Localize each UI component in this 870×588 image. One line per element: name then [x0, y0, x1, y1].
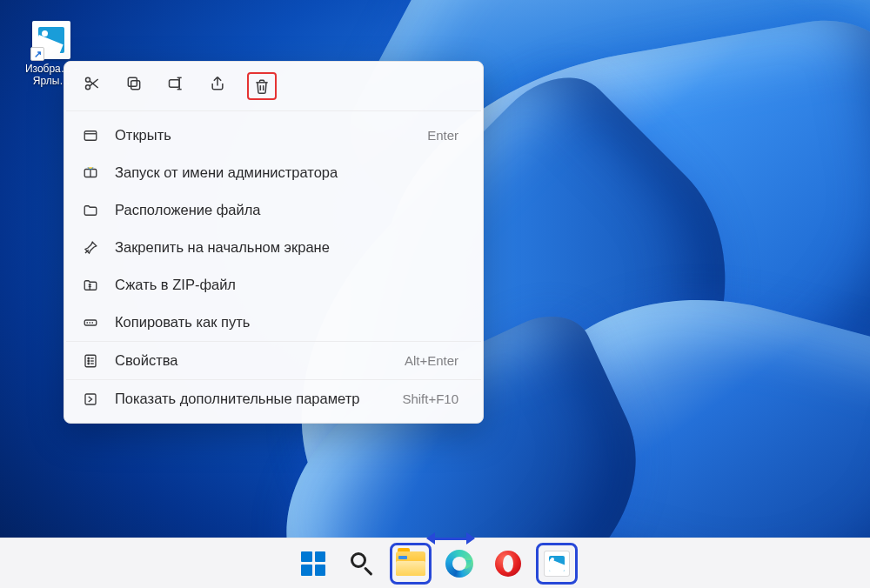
menu-item-label: Свойства — [115, 352, 405, 369]
svg-rect-6 — [170, 80, 180, 87]
taskbar-opera[interactable] — [489, 545, 527, 583]
menu-item-label: Закрепить на начальном экране — [115, 239, 458, 256]
image-shortcut-icon: ↗ — [32, 21, 70, 59]
start-button[interactable] — [294, 545, 332, 583]
menu-item-open[interactable]: Открыть Enter — [64, 117, 483, 154]
menu-item-compress-zip[interactable]: Сжать в ZIP-файл — [64, 266, 483, 304]
desktop[interactable]: ↗ Изобра… - Ярлы… — [0, 0, 870, 538]
menu-item-label: Запуск от имени администратора — [115, 164, 458, 181]
windows-logo-icon — [301, 551, 325, 576]
path-icon — [82, 314, 99, 331]
shield-icon — [82, 164, 99, 182]
menu-item-shortcut: Enter — [427, 128, 458, 143]
menu-item-run-as-admin[interactable]: Запуск от имени администратора — [64, 154, 483, 191]
pin-icon — [82, 239, 99, 257]
menu-item-label: Копировать как путь — [115, 314, 458, 331]
search-button[interactable] — [343, 545, 381, 583]
file-explorer-icon — [396, 551, 425, 576]
context-menu-toolbar — [64, 62, 483, 110]
menu-item-label: Показать дополнительные параметр — [115, 391, 402, 407]
share-icon — [209, 75, 226, 92]
menu-item-label: Сжать в ZIP-файл — [115, 277, 458, 293]
folder-icon — [82, 202, 99, 219]
trash-icon — [253, 77, 271, 95]
svg-point-21 — [88, 357, 90, 359]
svg-rect-12 — [84, 130, 97, 140]
delete-button[interactable] — [247, 72, 277, 100]
menu-item-copy-as-path[interactable]: Копировать как путь — [64, 304, 483, 341]
zip-icon — [82, 277, 99, 294]
svg-rect-5 — [128, 77, 137, 86]
copy-button[interactable] — [122, 72, 146, 95]
taskbar-image-app[interactable] — [538, 545, 576, 583]
menu-item-shortcut: Shift+F10 — [402, 391, 458, 406]
shortcut-arrow-icon: ↗ — [30, 47, 44, 61]
menu-item-properties[interactable]: Свойства Alt+Enter — [64, 342, 483, 379]
svg-rect-27 — [85, 394, 96, 404]
window-icon — [82, 127, 99, 144]
scissors-icon — [84, 75, 101, 92]
menu-item-shortcut: Alt+Enter — [405, 353, 458, 368]
svg-rect-4 — [131, 81, 140, 90]
taskbar-edge[interactable] — [440, 545, 478, 583]
context-menu: Открыть Enter Запуск от имени администра… — [64, 61, 484, 424]
menu-item-pin-start[interactable]: Закрепить на начальном экране — [64, 229, 483, 266]
context-menu-items: Открыть Enter Запуск от имени администра… — [64, 111, 483, 418]
properties-icon — [82, 352, 99, 370]
svg-point-22 — [88, 360, 90, 362]
share-button[interactable] — [205, 72, 230, 95]
menu-item-show-more[interactable]: Показать дополнительные параметр Shift+F… — [64, 380, 483, 418]
copy-icon — [125, 75, 143, 92]
rename-button[interactable] — [164, 72, 188, 95]
taskbar — [0, 538, 870, 588]
image-app-icon — [544, 551, 570, 577]
cut-button[interactable] — [80, 72, 104, 95]
more-icon — [82, 391, 99, 408]
edge-icon — [445, 550, 473, 578]
rename-icon — [167, 75, 184, 92]
opera-icon — [495, 551, 521, 577]
search-icon — [349, 551, 375, 577]
taskbar-explorer[interactable] — [392, 545, 430, 583]
svg-point-23 — [88, 363, 90, 364]
menu-item-label: Открыть — [115, 127, 427, 144]
menu-item-label: Расположение файла — [115, 202, 458, 218]
menu-item-file-location[interactable]: Расположение файла — [64, 191, 483, 229]
